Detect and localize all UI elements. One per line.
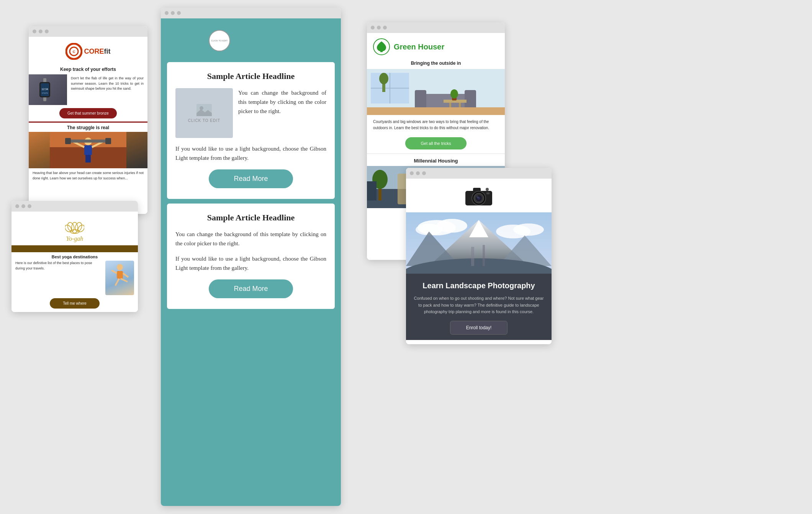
yoga-titlebar bbox=[11, 201, 138, 212]
corefit-logo-area: C COREfit bbox=[29, 37, 147, 64]
dot-3 bbox=[45, 30, 49, 33]
yoga-btn[interactable]: Tell me where bbox=[50, 298, 100, 309]
corefit-btn-1[interactable]: Get that summer bronze bbox=[59, 108, 117, 118]
svg-point-75 bbox=[513, 223, 544, 236]
photo-mountain-image bbox=[406, 212, 552, 274]
svg-rect-81 bbox=[471, 247, 474, 266]
corefit-section-1-title: Keep track of your efforts bbox=[29, 64, 147, 74]
corefit-section-2: The struggle is real bbox=[29, 122, 147, 183]
yoga-text: Here is our definitive list of the best … bbox=[15, 261, 102, 295]
main-email-content: CLICK TO EDIT YOUR LOGO Sample Article H… bbox=[161, 18, 341, 506]
article-1-read-more-btn[interactable]: Read More bbox=[209, 169, 293, 188]
photo-content: Learn Landscape Photography Confused on … bbox=[406, 179, 552, 344]
yoga-lotus-icon bbox=[65, 216, 84, 235]
svg-text:12:34: 12:34 bbox=[41, 88, 48, 90]
photo-titlebar bbox=[406, 168, 552, 179]
yoga-person-image bbox=[105, 261, 134, 295]
svg-line-32 bbox=[115, 279, 119, 286]
yoga-divider bbox=[11, 245, 138, 252]
dot-2 bbox=[21, 204, 25, 208]
dot-3 bbox=[28, 204, 31, 208]
dot-3 bbox=[422, 171, 426, 175]
yoga-brand-text: Yo-gah bbox=[66, 235, 83, 242]
svg-rect-82 bbox=[483, 245, 485, 266]
yoga-window: Yo-gah Best yoga destinations Here is ou… bbox=[11, 201, 138, 312]
svg-line-30 bbox=[111, 270, 117, 273]
camera-logo-svg bbox=[463, 186, 494, 207]
room-svg bbox=[367, 69, 505, 115]
corefit-section-2-text: Heaving that bar above your head can cre… bbox=[29, 168, 147, 183]
stage: CLICK TO EDIT YOUR LOGO Sample Article H… bbox=[0, 0, 812, 514]
photo-logo-area bbox=[406, 179, 552, 212]
main-email-window: CLICK TO EDIT YOUR LOGO Sample Article H… bbox=[161, 8, 341, 506]
green-text: Courtyards and big windows are two ways … bbox=[367, 115, 505, 135]
corefit-logo: C COREfit bbox=[65, 43, 110, 60]
click-to-edit-label: CLICK TO EDIT bbox=[188, 118, 220, 123]
svg-rect-68 bbox=[486, 192, 489, 194]
logo-placeholder[interactable]: CLICK TO EDIT bbox=[209, 30, 230, 51]
dot-1 bbox=[15, 204, 19, 208]
article-2-headline: Sample Article Headline bbox=[175, 213, 326, 223]
svg-rect-14 bbox=[84, 145, 92, 155]
svg-point-49 bbox=[450, 89, 458, 99]
yoga-person-svg bbox=[108, 263, 131, 293]
photo-dark-section: Learn Landscape Photography Confused on … bbox=[406, 274, 552, 340]
dot-2 bbox=[416, 171, 420, 175]
millennial-title: Millennial Housing bbox=[367, 154, 505, 166]
photo-enroll-btn[interactable]: Enroll today! bbox=[450, 321, 508, 335]
svg-rect-17 bbox=[67, 140, 109, 143]
dot-3 bbox=[177, 11, 181, 15]
svg-line-33 bbox=[121, 279, 128, 282]
corefit-section-1-text: Don't let the flab of life get in the wa… bbox=[67, 74, 147, 105]
article-2-text-2: If you would like to use a light backgro… bbox=[175, 254, 326, 273]
yoga-logo-area: Yo-gah bbox=[11, 212, 138, 245]
article-2-read-more-btn[interactable]: Read More bbox=[209, 279, 293, 298]
photo-text: Confused on when to go out shooting and … bbox=[414, 295, 544, 315]
corefit-section-2-title: The struggle is real bbox=[29, 123, 147, 132]
image-placeholder-icon bbox=[196, 104, 212, 116]
corefit-watch-image: 12:34 STEPS bbox=[29, 74, 67, 105]
green-btn[interactable]: Get all the tricks bbox=[405, 137, 467, 149]
corefit-lifting-image bbox=[29, 132, 147, 168]
green-logo-area: Green Houser bbox=[367, 33, 505, 59]
logo-text: YOUR LOGO bbox=[235, 36, 293, 46]
svg-rect-20 bbox=[85, 155, 88, 163]
svg-point-28 bbox=[117, 264, 123, 270]
svg-point-41 bbox=[379, 73, 388, 84]
svg-text:STEPS: STEPS bbox=[41, 92, 48, 94]
dot-3 bbox=[383, 26, 387, 30]
dot-1 bbox=[33, 30, 36, 33]
article-1-body: CLICK TO EDIT You can change the backgro… bbox=[175, 88, 326, 138]
lifting-svg bbox=[50, 132, 126, 168]
article-card-2: Sample Article Headline You can change t… bbox=[167, 204, 335, 309]
green-logo-svg bbox=[373, 38, 390, 55]
corefit-window: C COREfit Keep track of your efforts bbox=[29, 26, 147, 214]
article-1-headline: Sample Article Headline bbox=[175, 71, 326, 81]
svg-rect-19 bbox=[105, 138, 111, 144]
photo-title: Learn Landscape Photography bbox=[414, 281, 544, 291]
svg-rect-57 bbox=[367, 181, 377, 200]
green-tagline: Bringing the outside in bbox=[367, 59, 505, 69]
dot-1 bbox=[410, 171, 414, 175]
svg-rect-50 bbox=[367, 107, 505, 115]
article-1-image[interactable]: CLICK TO EDIT bbox=[175, 88, 233, 138]
dot-2 bbox=[377, 26, 381, 30]
green-brand-text: Green Houser bbox=[394, 43, 444, 51]
svg-point-67 bbox=[478, 197, 479, 198]
yoga-body: Here is our definitive list of the best … bbox=[11, 261, 138, 295]
corefit-img-row: 12:34 STEPS Don't let the flab of life g… bbox=[29, 74, 147, 105]
dot-1 bbox=[371, 26, 375, 30]
dot-1 bbox=[165, 11, 169, 15]
mountain-svg bbox=[406, 212, 552, 274]
svg-rect-29 bbox=[117, 271, 123, 279]
svg-rect-18 bbox=[65, 138, 71, 144]
dot-2 bbox=[171, 11, 175, 15]
watch-svg: 12:34 STEPS bbox=[36, 76, 61, 103]
article-2-text-1: You can change the background of this te… bbox=[175, 230, 326, 248]
svg-text:C: C bbox=[73, 50, 75, 54]
svg-point-69 bbox=[486, 188, 489, 191]
svg-point-1 bbox=[200, 106, 203, 110]
svg-rect-35 bbox=[380, 49, 383, 52]
corefit-titlebar bbox=[29, 26, 147, 37]
green-titlebar bbox=[367, 22, 505, 33]
